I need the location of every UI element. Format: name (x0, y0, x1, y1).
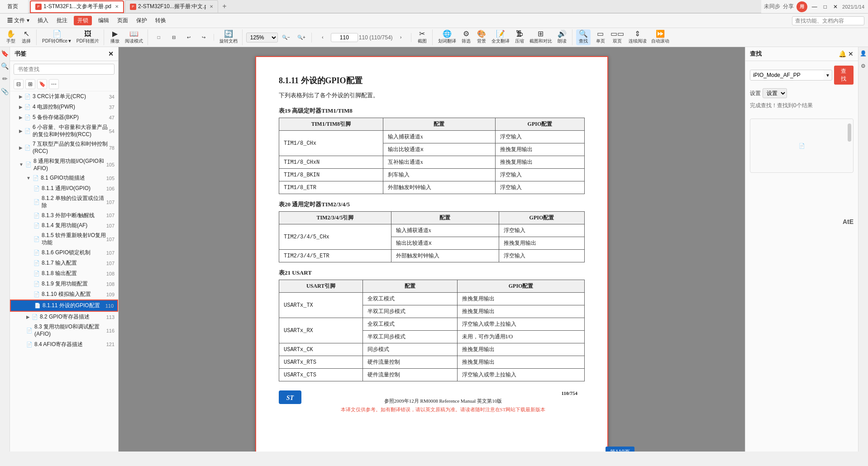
background-button[interactable]: 🎨 背景 (474, 29, 489, 45)
next-page-button[interactable]: › (394, 34, 408, 41)
bookmark-item-8-1-9[interactable]: 📄 8.1.9 复用功能配置 108 (10, 279, 118, 289)
pdf-to-image-button[interactable]: 🖼 PDF转图片 (75, 29, 101, 45)
menu-edit[interactable]: 编辑 (95, 15, 113, 26)
icon-btn-4[interactable]: ↪ (196, 34, 211, 41)
bookmark-search-input[interactable] (14, 64, 114, 75)
filter-button[interactable]: ⚙ 筛选 (459, 29, 473, 45)
minimize-button[interactable]: — (810, 4, 819, 10)
search-execute-button[interactable]: 查找 (834, 66, 854, 85)
find-text-input[interactable] (750, 70, 824, 80)
bookmark-item-8-1-6[interactable]: 📄 8.1.6 GPIO锁定机制 107 (10, 247, 118, 258)
bookmark-item-8-1-10[interactable]: 📄 8.1.10 模拟输入配置 109 (10, 289, 118, 300)
bookmark-item-8-1-8[interactable]: 📄 8.1.8 输出配置 108 (10, 268, 118, 279)
bookmark-item-rcc2[interactable]: ▶ 📄 7 互联型产品的复位和时钟控制(RCC) 78 (10, 139, 118, 156)
bookmark-item-rcc1[interactable]: ▶ 📄 6 小容量、中容量和大容量产品的复位和时钟控制(RCC) 54 (10, 123, 118, 139)
page-badge[interactable]: 第110页 (606, 447, 634, 452)
zoom-in-button[interactable]: 🔍+ (294, 34, 309, 41)
zoom-out-button[interactable]: 🔍− (279, 34, 293, 41)
maximize-button[interactable]: □ (822, 4, 829, 10)
t21-cell-4-0: USARTx_CK (279, 343, 363, 356)
single-page-button[interactable]: ▭ 单页 (593, 29, 608, 45)
hand-tool-button[interactable]: ✋ 手型 (4, 29, 18, 45)
double-page-button[interactable]: ▭▭ 双页 (609, 29, 626, 45)
rs-icon-1[interactable]: 👤 (859, 49, 868, 58)
home-tab[interactable]: 首页 (4, 2, 22, 11)
auto-scroll-button[interactable]: ⏩ 自动滚动 (649, 29, 671, 45)
menu-protect[interactable]: 保护 (133, 15, 151, 26)
bookmark-item-8-3[interactable]: 📄 8.3 复用功能I/O和调试配置(AFIO) 116 (10, 322, 118, 339)
tab-1[interactable]: P 1-STM32F1...文参考手册.pdf ✕ (30, 0, 124, 13)
tab1-close[interactable]: ✕ (115, 4, 119, 9)
menu-file[interactable]: ☰ 文件 ▾ (4, 15, 33, 26)
bookmark-item-bkp[interactable]: ▶ 📄 5 备份存储器(BKP) 47 (10, 112, 118, 123)
rotate-button[interactable]: 🔄 旋转文档 (218, 29, 239, 45)
find-button[interactable]: 🔍 查找 (576, 29, 591, 45)
bm-expand-btn[interactable]: ⊞ (25, 79, 35, 89)
icon-btn-3[interactable]: ↩ (181, 34, 196, 41)
bookmark-item-8-1-2[interactable]: 📄 8.1.2 单独的位设置或位清除 107 (10, 194, 118, 210)
search-bell-icon[interactable]: 🔔 (839, 50, 846, 57)
icon2: ⊟ (172, 35, 176, 40)
word-translate-button[interactable]: 🌐 划词翻译 (436, 29, 458, 45)
play-button[interactable]: ▶ 播放 (108, 29, 122, 45)
share-button[interactable]: 分享 (783, 3, 794, 10)
bookmark-item-8-1-1[interactable]: 📄 8.1.1 通用I/O(GPIO) 106 (10, 183, 118, 194)
menu-convert[interactable]: 转换 (152, 15, 170, 26)
menu-insert[interactable]: 插入 (34, 15, 52, 26)
bookmark-item-8-1-3[interactable]: 📄 8.1.3 外部中断/触醒线 107 (10, 211, 118, 221)
bookmark-item-8-1-11[interactable]: 📄 8.1.11 外设的GPIO配置 110 (10, 300, 118, 312)
bg-icon: 🎨 (477, 30, 486, 38)
tab2-close[interactable]: ✕ (210, 4, 213, 9)
rs-icon-2[interactable]: ⚙ (859, 62, 868, 71)
bookmark-item-pwr[interactable]: ▶ 📄 4 电源控制(PWR) 37 (10, 102, 118, 112)
icon-btn-2[interactable]: ⊟ (167, 34, 181, 41)
compare-button[interactable]: ⊞ 截图和对比 (528, 29, 554, 45)
sidebar-attach-icon[interactable]: 📎 (0, 87, 10, 96)
prev-page-button[interactable]: ‹ (315, 34, 330, 41)
sidebar-bookmark-icon[interactable]: 🔖 (0, 49, 10, 58)
icon-btn-1[interactable]: □ (152, 34, 166, 41)
search-close-icon[interactable]: ✕ (848, 50, 854, 57)
compress-button[interactable]: 🗜 压缩 (512, 29, 527, 45)
settings-select[interactable]: 设置 (763, 88, 787, 98)
pdf-content-area[interactable]: 8.1.11 外设的GPIO配置 下列表格列出了各个外设的引脚配置。 表19 高… (119, 47, 745, 452)
add-tab-button[interactable]: + (219, 1, 230, 12)
pdf-to-office-button[interactable]: 📄 PDF转Office▼ (40, 29, 74, 45)
proofread-button[interactable]: 🔊 朗读 (555, 29, 569, 45)
bm-bookmark-btn[interactable]: 🔖 (37, 79, 47, 89)
scroll-thumb[interactable] (848, 124, 851, 142)
bookmark-item-8-2[interactable]: ▶ 📄 8.2 GPIO寄存器描述 113 (10, 312, 118, 322)
user-avatar[interactable]: 用 (796, 1, 807, 12)
close-button[interactable]: ✕ (831, 4, 839, 10)
page-input[interactable] (331, 33, 358, 42)
menu-search-input[interactable] (792, 16, 864, 25)
sync-button[interactable]: 未同步 (764, 3, 780, 10)
select-tool-button[interactable]: ↖ 选择 (19, 29, 33, 45)
zoom-select[interactable]: 125% 100% 75% 150% (246, 33, 278, 43)
st-logo: ST (279, 390, 301, 404)
sidebar-annot-icon[interactable]: ✏ (0, 74, 10, 83)
bm-collapse-btn[interactable]: ⊟ (14, 79, 24, 89)
snapshot-button[interactable]: ✂ 截图 (415, 29, 429, 45)
read-mode-button[interactable]: 📖 阅读模式 (123, 29, 145, 45)
bm-page-8: 107 (106, 200, 114, 205)
bookmark-item-crc[interactable]: ▶ 📄 3 CRC计算单元(CRC) 34 (10, 91, 118, 102)
bookmark-item-8-1-5[interactable]: 📄 8.1.5 软件重新映射I/O复用功能 107 (10, 231, 118, 247)
bookmarks-close[interactable]: ✕ (108, 50, 114, 57)
bookmark-item-8-1-4[interactable]: 📄 8.1.4 复用功能(AF) 107 (10, 220, 118, 231)
scroll-button[interactable]: ⇕ 连续阅读 (627, 29, 649, 45)
unlock-button[interactable]: 开锁 (74, 16, 92, 25)
t20-cell-2-2: 浮空输入 (499, 250, 584, 262)
full-translate-button[interactable]: 📝 全文翻译 (490, 29, 511, 45)
bm-options-btn[interactable]: ⋯ (49, 79, 59, 89)
bookmark-item-8-4[interactable]: 📄 8.4 AFIO寄存器描述 121 (10, 339, 118, 350)
tab-2[interactable]: P 2-STM32F10...握手册:中文.pdf ✕ (125, 0, 218, 13)
bookmark-item-gpio-func[interactable]: ▼ 📄 8.1 GPIO功能描述 105 (10, 173, 118, 183)
bookmark-item-8-1-7[interactable]: 📄 8.1.7 输入配置 107 (10, 258, 118, 268)
menu-annotate[interactable]: 批注 (53, 15, 71, 26)
sidebar-search-icon[interactable]: 🔍 (0, 62, 10, 71)
bookmark-item-gpio[interactable]: ▼ 📄 8 通用和复用功能I/O(GPIO和AFIO) 105 (10, 156, 118, 173)
search-dropdown-icon[interactable]: ▼ (824, 72, 832, 79)
page-total: 110 (110/754) (359, 34, 393, 41)
menu-page[interactable]: 页面 (114, 15, 132, 26)
